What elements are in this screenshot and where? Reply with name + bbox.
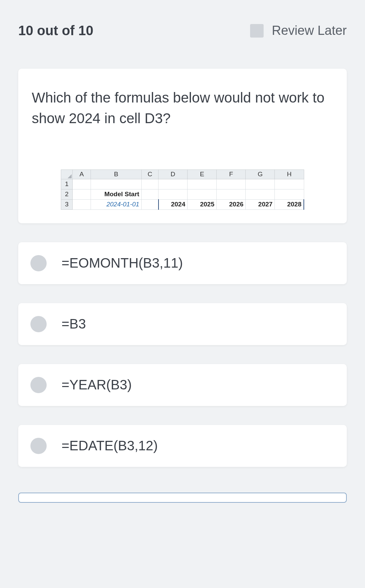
- cell-C1: [142, 179, 159, 189]
- question-card: Which of the formulas below would not wo…: [18, 69, 347, 223]
- cell-G3: 2027: [246, 199, 275, 209]
- sheet-corner: [61, 169, 73, 179]
- review-later-label: Review Later: [272, 23, 347, 38]
- cell-E1: [188, 179, 217, 189]
- col-header-C: C: [142, 169, 159, 179]
- col-header-D: D: [159, 169, 188, 179]
- question-header: 10 out of 10 Review Later: [0, 0, 365, 52]
- col-header-B: B: [91, 169, 142, 179]
- cell-H2: [275, 189, 304, 199]
- cell-H1: [275, 179, 304, 189]
- radio-icon[interactable]: [30, 316, 47, 332]
- radio-icon[interactable]: [30, 438, 47, 454]
- cell-D2: [159, 189, 188, 199]
- cell-F2: [217, 189, 246, 199]
- col-header-E: E: [188, 169, 217, 179]
- cell-F3: 2026: [217, 199, 246, 209]
- spreadsheet-image: A B C D E F G H 1 2: [61, 169, 304, 210]
- cell-D3: 2024: [159, 199, 188, 209]
- cell-E2: [188, 189, 217, 199]
- cell-B3: 2024-01-01: [91, 199, 142, 209]
- option-4[interactable]: =EDATE(B3,12): [18, 425, 347, 467]
- col-header-A: A: [73, 169, 91, 179]
- cell-A1: [73, 179, 91, 189]
- col-header-G: G: [246, 169, 275, 179]
- review-later-toggle[interactable]: Review Later: [250, 23, 347, 38]
- cell-A2: [73, 189, 91, 199]
- option-4-label: =EDATE(B3,12): [62, 438, 158, 453]
- row-header-3: 3: [61, 199, 73, 209]
- cell-H3: 2028: [275, 199, 304, 209]
- cell-B2: Model Start: [91, 189, 142, 199]
- option-3[interactable]: =YEAR(B3): [18, 364, 347, 406]
- row-header-2: 2: [61, 189, 73, 199]
- question-text: Which of the formulas below would not wo…: [32, 88, 333, 129]
- cell-B1: [91, 179, 142, 189]
- radio-icon[interactable]: [30, 377, 47, 393]
- cell-G1: [246, 179, 275, 189]
- col-header-H: H: [275, 169, 304, 179]
- review-later-checkbox[interactable]: [250, 24, 264, 38]
- cell-A3: [73, 199, 91, 209]
- cell-F1: [217, 179, 246, 189]
- option-2[interactable]: =B3: [18, 303, 347, 345]
- cell-C2: [142, 189, 159, 199]
- cell-G2: [246, 189, 275, 199]
- option-2-label: =B3: [62, 316, 86, 332]
- cell-D1: [159, 179, 188, 189]
- cell-C3: [142, 199, 159, 209]
- row-header-1: 1: [61, 179, 73, 189]
- spreadsheet-table: A B C D E F G H 1 2: [61, 169, 304, 210]
- progress-indicator: 10 out of 10: [18, 23, 93, 38]
- col-header-F: F: [217, 169, 246, 179]
- option-1-label: =EOMONTH(B3,11): [62, 255, 183, 271]
- cell-E3: 2025: [188, 199, 217, 209]
- next-button-outline[interactable]: [18, 493, 347, 503]
- option-3-label: =YEAR(B3): [62, 377, 132, 392]
- radio-icon[interactable]: [30, 255, 47, 271]
- option-1[interactable]: =EOMONTH(B3,11): [18, 242, 347, 284]
